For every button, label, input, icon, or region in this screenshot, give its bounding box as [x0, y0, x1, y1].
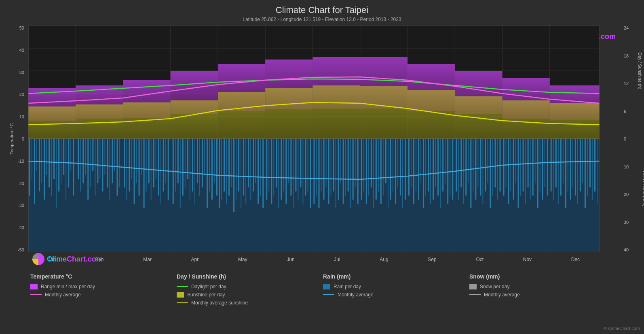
svg-rect-63 [134, 139, 135, 204]
svg-rect-212 [506, 139, 507, 187]
svg-rect-187 [442, 139, 443, 191]
svg-rect-124 [285, 139, 287, 204]
logo-icon-bl [32, 253, 44, 265]
y-tick-20: 20 [19, 92, 24, 97]
svg-rect-152 [355, 139, 356, 187]
svg-rect-88 [197, 139, 198, 183]
legend-title-sun: Day / Sunshine (h) [177, 273, 323, 280]
chart-title: Climate Chart for Taipei [0, 5, 644, 15]
legend-item-temp-range: Range min / max per day [30, 284, 177, 289]
svg-rect-127 [293, 139, 293, 208]
svg-rect-204 [485, 139, 486, 191]
svg-rect-155 [363, 139, 364, 191]
svg-rect-209 [497, 139, 498, 200]
svg-rect-265 [171, 100, 218, 139]
svg-rect-179 [423, 139, 424, 208]
svg-rect-45 [87, 139, 89, 200]
svg-rect-49 [97, 139, 98, 183]
yr-tick-6: 6 [624, 109, 626, 114]
legend-col-rain: Rain (mm) Rain per day Monthly average [323, 273, 469, 332]
svg-rect-47 [92, 139, 93, 171]
svg-rect-35 [61, 139, 61, 183]
svg-rect-223 [532, 139, 534, 196]
svg-rect-206 [490, 139, 491, 208]
legend-item-sunshine-avg: Monthly average sunshine [177, 300, 323, 306]
yr-tick-20: 20 [624, 192, 629, 197]
svg-rect-28 [44, 139, 45, 200]
svg-rect-262 [28, 106, 76, 139]
svg-rect-156 [366, 139, 367, 204]
svg-rect-54 [109, 139, 110, 200]
y-axis-right: 24 18 12 6 0 10 20 30 40 [622, 26, 642, 252]
y-axis-right-bot-label: Rain / Snow (mm) [642, 171, 644, 206]
svg-rect-79 [175, 139, 176, 191]
chart-svg [28, 26, 600, 252]
svg-rect-109 [248, 139, 249, 187]
svg-rect-169 [397, 139, 398, 187]
yr-tick-30: 30 [624, 220, 629, 225]
legend-item-rain-avg: Monthly average [323, 292, 469, 298]
svg-rect-87 [194, 139, 195, 204]
svg-rect-272 [502, 100, 549, 139]
svg-rect-111 [253, 139, 254, 191]
yr-tick-10: 10 [624, 164, 629, 169]
svg-rect-269 [360, 86, 408, 139]
svg-rect-157 [368, 139, 369, 196]
svg-rect-27 [41, 139, 42, 183]
y-tick-n20: -20 [18, 181, 24, 186]
svg-rect-68 [146, 139, 147, 191]
svg-rect-110 [250, 139, 251, 200]
svg-rect-86 [192, 139, 193, 191]
svg-rect-84 [187, 139, 188, 179]
svg-rect-59 [124, 139, 125, 187]
x-tick-dec: Dec [571, 257, 580, 262]
y-tick-0: 0 [22, 136, 24, 141]
svg-rect-163 [383, 139, 384, 196]
svg-rect-106 [241, 139, 241, 208]
svg-rect-90 [202, 139, 203, 187]
svg-rect-245 [587, 139, 588, 196]
svg-rect-188 [445, 139, 446, 183]
svg-rect-176 [416, 139, 416, 191]
svg-rect-172 [405, 139, 406, 200]
svg-rect-213 [508, 139, 509, 204]
svg-rect-219 [523, 139, 524, 191]
svg-rect-82 [182, 139, 184, 196]
svg-rect-23 [32, 139, 32, 179]
legend-swatch-snow [469, 284, 477, 289]
svg-rect-138 [321, 139, 322, 191]
x-tick-jul: Jul [334, 257, 340, 262]
x-tick-mar: Mar [143, 257, 152, 262]
svg-rect-170 [400, 139, 401, 196]
svg-rect-130 [300, 139, 301, 187]
svg-rect-197 [468, 139, 469, 183]
svg-rect-33 [56, 139, 57, 208]
legend-line-rain-avg [323, 294, 334, 295]
legend-area: Temperature °C Range min / max per day M… [0, 269, 644, 334]
svg-rect-144 [336, 139, 336, 208]
svg-rect-30 [49, 139, 50, 187]
yr-tick-12: 12 [624, 81, 629, 86]
svg-rect-108 [245, 139, 246, 204]
svg-rect-52 [104, 139, 105, 175]
svg-rect-247 [592, 139, 593, 200]
svg-rect-165 [388, 139, 389, 208]
svg-rect-32 [53, 139, 55, 179]
svg-rect-99 [224, 139, 225, 191]
svg-rect-141 [328, 139, 329, 204]
svg-rect-97 [219, 139, 220, 208]
svg-rect-199 [473, 139, 473, 191]
svg-rect-182 [430, 139, 431, 204]
svg-rect-181 [428, 139, 429, 191]
svg-rect-146 [340, 139, 341, 183]
svg-rect-105 [238, 139, 239, 191]
svg-rect-143 [333, 139, 334, 191]
svg-rect-98 [221, 139, 222, 200]
svg-rect-101 [228, 139, 230, 196]
svg-rect-65 [139, 139, 140, 196]
svg-rect-178 [420, 139, 421, 183]
svg-rect-83 [185, 139, 186, 187]
chart-subtitle: Latitude 25.062 - Longitude 121.519 - El… [0, 17, 644, 22]
svg-rect-81 [180, 139, 181, 208]
svg-rect-161 [378, 139, 379, 191]
